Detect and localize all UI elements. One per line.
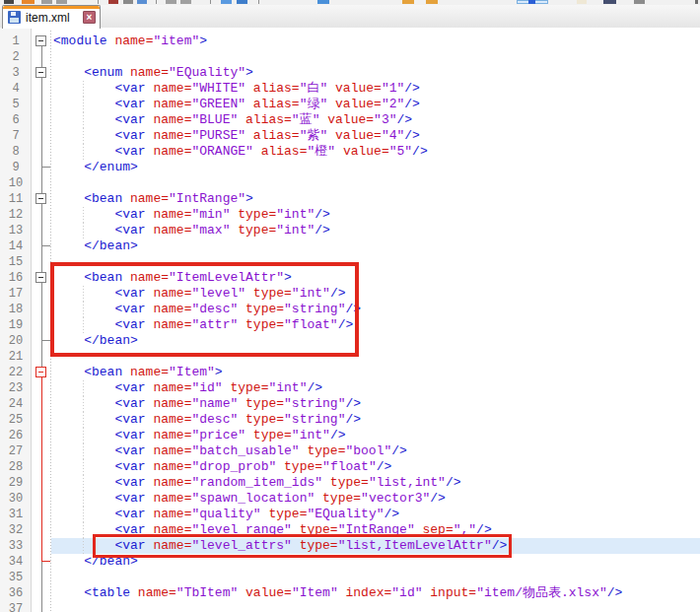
tab-item-xml[interactable]: item.xml × — [2, 5, 101, 29]
code-text[interactable]: <var name="random_item_ids" type="list,i… — [51, 475, 700, 491]
line-number[interactable]: 32 — [0, 522, 32, 538]
line-number[interactable]: 27 — [0, 443, 32, 459]
line-number[interactable]: 9 — [0, 160, 32, 175]
fold-margin — [32, 254, 51, 270]
line-number[interactable]: 11 — [0, 191, 32, 207]
code-line: 28 <var name="drop_prob" type="float"/> — [0, 459, 700, 475]
line-number[interactable]: 14 — [0, 238, 32, 254]
code-text[interactable]: <var name="min" type="int"/> — [51, 207, 700, 223]
line-number[interactable]: 23 — [0, 380, 32, 396]
line-number[interactable]: 25 — [0, 412, 32, 428]
line-number[interactable]: 31 — [0, 507, 32, 522]
code-text[interactable]: <var name="attr" type="float"/> — [51, 317, 700, 333]
code-text[interactable]: <var name="level_range" type="IntRange" … — [51, 522, 700, 538]
fold-collapse-icon[interactable] — [35, 272, 46, 283]
code-text[interactable]: <bean name="ItemLevelAttr"> — [51, 270, 700, 286]
line-number[interactable]: 2 — [0, 49, 32, 65]
code-text-current-line[interactable]: <var name="level_attrs" type="list,ItemL… — [51, 538, 700, 554]
toolbar-icon-fragment — [634, 0, 645, 4]
line-number[interactable]: 8 — [0, 144, 32, 160]
code-text[interactable]: <var name="max" type="int"/> — [51, 223, 700, 238]
code-text[interactable]: <var name="level" type="int"/> — [51, 286, 700, 302]
line-number[interactable]: 17 — [0, 286, 32, 302]
code-text[interactable]: </bean> — [51, 554, 700, 570]
line-number[interactable]: 7 — [0, 128, 32, 144]
fold-collapse-icon[interactable] — [35, 35, 46, 46]
toolbar-icon-fragment — [180, 0, 191, 4]
code-line: 33 <var name="level_attrs" type="list,It… — [0, 538, 700, 554]
code-text[interactable]: <var name="id" type="int"/> — [51, 380, 700, 396]
code-text[interactable]: <bean name="Item"> — [51, 365, 700, 380]
code-text[interactable]: <bean name="IntRange"> — [51, 191, 700, 207]
code-text[interactable]: </bean> — [51, 238, 700, 254]
code-text[interactable]: <var name="desc" type="string"/> — [51, 412, 700, 428]
code-text[interactable] — [51, 254, 700, 270]
fold-margin — [32, 428, 51, 443]
code-text[interactable]: <var name="name" type="string"/> — [51, 396, 700, 412]
code-text[interactable]: <enum name="EQuality"> — [51, 65, 700, 81]
line-number[interactable]: 10 — [0, 175, 32, 191]
line-number[interactable]: 5 — [0, 97, 32, 112]
fold-margin — [32, 207, 51, 223]
line-number[interactable]: 28 — [0, 459, 32, 475]
code-text[interactable] — [51, 349, 700, 365]
line-number[interactable]: 6 — [0, 112, 32, 128]
line-number[interactable]: 35 — [0, 570, 32, 585]
code-text[interactable]: <table name="TbItem" value="Item" index=… — [51, 585, 700, 601]
code-text[interactable]: <var name="price" type="int"/> — [51, 428, 700, 443]
close-icon[interactable]: × — [83, 11, 96, 24]
line-number[interactable]: 12 — [0, 207, 32, 223]
code-line: 34 </bean> — [0, 554, 700, 570]
code-line: 26 <var name="price" type="int"/> — [0, 428, 700, 443]
code-text[interactable]: <var name="quality" type="EQuality"/> — [51, 507, 700, 522]
toolbar-icon-fragment — [137, 0, 147, 4]
toolbar-icon-fragment — [156, 0, 157, 4]
line-number[interactable]: 26 — [0, 428, 32, 443]
code-line: 20 </bean> — [0, 333, 700, 349]
code-text[interactable]: <module name="item"> — [51, 34, 700, 49]
code-text[interactable]: <var name="WHITE" alias="白" value="1"/> — [51, 81, 700, 97]
code-text[interactable] — [51, 175, 700, 191]
line-number[interactable]: 24 — [0, 396, 32, 412]
code-text[interactable]: <var name="GREEN" alias="绿" value="2"/> — [51, 97, 700, 112]
fold-margin — [32, 459, 51, 475]
line-number[interactable]: 4 — [0, 81, 32, 97]
code-editor[interactable]: 1<module name="item">23 <enum name="EQua… — [0, 28, 700, 612]
code-text[interactable]: <var name="PURSE" alias="紫" value="4"/> — [51, 128, 700, 144]
line-number[interactable]: 19 — [0, 317, 32, 333]
line-number[interactable]: 30 — [0, 491, 32, 507]
toolbar-icon-fragment — [41, 0, 52, 4]
line-number[interactable]: 16 — [0, 270, 32, 286]
code-text[interactable]: <var name="drop_prob" type="float"/> — [51, 459, 700, 475]
fold-margin — [32, 223, 51, 238]
code-text[interactable] — [51, 570, 700, 585]
code-text[interactable]: </bean> — [51, 333, 700, 349]
line-number[interactable]: 34 — [0, 554, 32, 570]
line-number[interactable]: 20 — [0, 333, 32, 349]
code-text[interactable] — [51, 601, 700, 612]
code-text[interactable]: <var name="desc" type="string"/> — [51, 302, 700, 317]
code-text[interactable]: <var name="ORANGE" alias="橙" value="5"/> — [51, 144, 700, 160]
fold-collapse-icon[interactable] — [35, 67, 46, 78]
code-text[interactable]: <var name="batch_usable" type="bool"/> — [51, 443, 700, 459]
line-number[interactable]: 13 — [0, 223, 32, 238]
tab-bar: item.xml × — [0, 5, 700, 29]
fold-collapse-icon[interactable] — [35, 193, 46, 204]
fold-collapse-icon[interactable] — [35, 367, 46, 377]
line-number[interactable]: 37 — [0, 601, 32, 612]
code-text[interactable]: <var name="spawn_location" type="vector3… — [51, 491, 700, 507]
line-number[interactable]: 33 — [0, 538, 32, 554]
line-number[interactable]: 22 — [0, 365, 32, 380]
code-text[interactable]: <var name="BLUE" alias="蓝" value="3"/> — [51, 112, 700, 128]
line-number[interactable]: 18 — [0, 302, 32, 317]
fold-margin — [32, 443, 51, 459]
code-text[interactable]: </enum> — [51, 160, 700, 175]
line-number[interactable]: 1 — [0, 34, 32, 49]
line-number[interactable]: 3 — [0, 65, 32, 81]
code-line: 10 — [0, 175, 700, 191]
line-number[interactable]: 15 — [0, 254, 32, 270]
line-number[interactable]: 21 — [0, 349, 32, 365]
line-number[interactable]: 36 — [0, 585, 32, 601]
line-number[interactable]: 29 — [0, 475, 32, 491]
code-text[interactable] — [51, 49, 700, 65]
